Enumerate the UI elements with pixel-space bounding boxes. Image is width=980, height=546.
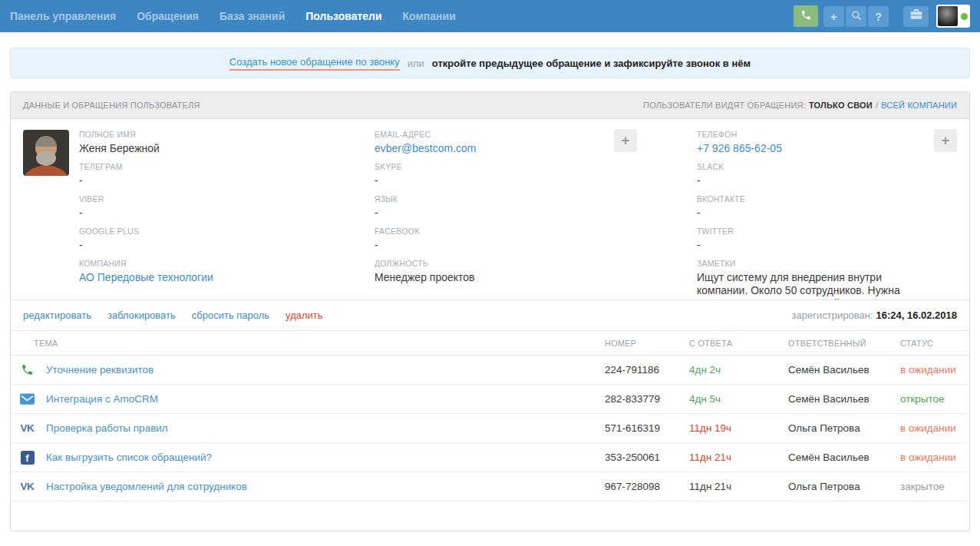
- create-case-by-call-link[interactable]: Создать новое обращение по звонку: [229, 56, 400, 71]
- edit-link[interactable]: редактировать: [23, 309, 91, 321]
- since-reply-value: 11дн 21ч: [679, 443, 770, 472]
- vk-channel-icon: VK: [19, 481, 35, 492]
- user-panel: ДАННЫЕ И ОБРАЩЕНИЯ ПОЛЬЗОВАТЕЛЯ ПОЛЬЗОВА…: [10, 91, 970, 531]
- help-button[interactable]: ?: [868, 6, 889, 27]
- visibility-option-company-link[interactable]: ВСЕЙ КОМПАНИИ: [881, 101, 957, 110]
- search-button[interactable]: [846, 6, 866, 27]
- case-number: 224-791186: [595, 356, 679, 385]
- or-label: или: [408, 58, 424, 69]
- search-icon: [851, 10, 862, 23]
- field-slack: SLACK -: [697, 162, 926, 187]
- block-link[interactable]: заблокировать: [107, 309, 176, 321]
- phone-icon: [800, 9, 812, 24]
- case-topic-link[interactable]: Уточнение реквизитов: [46, 364, 153, 376]
- case-number: 282-833779: [595, 385, 679, 414]
- nav-item-companies[interactable]: Компании: [403, 10, 456, 22]
- phone-channel-icon: [19, 363, 35, 376]
- registered-at: зарегистрирован:16:24, 16.02.2018: [792, 309, 957, 321]
- case-row: Уточнение реквизитов 224-791186 4дн 2ч С…: [11, 356, 969, 385]
- nav-items: Панель управления Обращения База знаний …: [10, 10, 456, 22]
- user-avatar: [23, 130, 69, 176]
- company-link[interactable]: АО Передовые технологии: [79, 271, 375, 284]
- since-reply-value: 4дн 2ч: [679, 356, 770, 385]
- status-badge: в ожидании: [883, 414, 969, 443]
- field-full-name: ПОЛНОЕ ИМЯ Женя Бережной: [79, 130, 375, 155]
- visibility-label: ПОЛЬЗОВАТЕЛИ ВИДЯТ ОБРАЩЕНИЯ:: [643, 101, 806, 110]
- banner-instruction: откройте предыдущее обращение и зафиксир…: [432, 58, 751, 69]
- field-company: КОМПАНИЯ АО Передовые технологии: [79, 259, 375, 284]
- page: Панель управления Обращения База знаний …: [0, 0, 980, 546]
- briefcase-button[interactable]: [903, 6, 929, 27]
- case-number: 353-250061: [595, 443, 679, 472]
- visibility-toggle: ПОЛЬЗОВАТЕЛИ ВИДЯТ ОБРАЩЕНИЯ: ТОЛЬКО СВО…: [643, 101, 957, 110]
- responsible-name: Ольга Петрова: [770, 414, 883, 443]
- field-email: EMAIL-АДРЕС evber@bestcom.com: [375, 130, 697, 155]
- user-fields: ПОЛНОЕ ИМЯ Женя Бережной ТЕЛЕГРАМ - VIBE…: [79, 130, 957, 299]
- registered-value: 16:24, 16.02.2018: [876, 309, 957, 321]
- case-number: 967-728098: [595, 472, 679, 501]
- responsible-name: Семён Васильев: [770, 443, 883, 472]
- status-badge: закрытое: [883, 472, 969, 501]
- user-actions: редактировать заблокировать сбросить пар…: [11, 299, 969, 330]
- case-topic-link[interactable]: Интеграция с AmoCRM: [46, 393, 158, 405]
- field-google-plus: GOOGLE PLUS -: [79, 227, 375, 252]
- email-link[interactable]: evber@bestcom.com: [375, 142, 697, 155]
- field-telegram: ТЕЛЕГРАМ -: [79, 162, 375, 187]
- quick-actions-group: + ?: [823, 6, 889, 27]
- field-facebook: FACEBOOK -: [375, 227, 697, 252]
- case-row: Интеграция с AmoCRM 282-833779 4дн 5ч Се…: [11, 385, 969, 414]
- fields-column-3: ТЕЛЕФОН +7 926 865-62-05 SLACK - ВКОНТАК…: [697, 130, 957, 299]
- case-topic-link[interactable]: Настройка уведомлений для сотрудников: [46, 481, 247, 492]
- since-reply-value: 11дн 21ч: [679, 472, 770, 501]
- phone-call-button[interactable]: [794, 5, 818, 27]
- case-row: VK Настройка уведомлений для сотрудников…: [11, 472, 969, 501]
- fields-column-2: EMAIL-АДРЕС evber@bestcom.com SKYPE - ЯЗ…: [375, 130, 697, 299]
- case-topic-link[interactable]: Как выгрузить список обращений?: [46, 452, 212, 463]
- status-badge: в ожидании: [883, 356, 969, 385]
- status-badge: открытое: [883, 385, 969, 414]
- since-reply-value: 11дн 19ч: [679, 414, 770, 443]
- vk-channel-icon: VK: [19, 422, 35, 434]
- call-banner: Создать новое обращение по звонку или от…: [10, 48, 970, 78]
- case-row: VK Проверка работы правил 571-616319 11д…: [11, 414, 969, 443]
- fields-column-1: ПОЛНОЕ ИМЯ Женя Бережной ТЕЛЕГРАМ - VIBE…: [79, 130, 375, 299]
- field-skype: SKYPE -: [375, 162, 697, 187]
- nav-item-dashboard[interactable]: Панель управления: [10, 10, 116, 22]
- status-badge: в ожидании: [883, 443, 969, 472]
- case-topic-link[interactable]: Проверка работы правил: [46, 422, 168, 434]
- delete-link[interactable]: удалить: [285, 309, 322, 321]
- agent-avatar: [938, 6, 958, 26]
- reset-password-link[interactable]: сбросить пароль: [192, 309, 269, 321]
- add-email-button[interactable]: +: [614, 129, 637, 152]
- field-language: ЯЗЫК -: [375, 194, 697, 220]
- since-reply-value: 4дн 5ч: [679, 385, 770, 414]
- field-vkontakte: ВКОНТАКТЕ -: [697, 194, 926, 220]
- case-row: f Как выгрузить список обращений? 353-25…: [11, 443, 969, 472]
- nav-item-cases[interactable]: Обращения: [137, 10, 199, 22]
- field-phone: ТЕЛЕФОН +7 926 865-62-05: [697, 130, 926, 155]
- responsible-name: Семён Васильев: [770, 385, 883, 414]
- nav-right-controls: + ?: [794, 5, 970, 28]
- visibility-option-own: ТОЛЬКО СВОИ: [809, 101, 873, 110]
- add-phone-button[interactable]: +: [934, 129, 957, 152]
- cases-table: ТЕМА НОМЕР С ОТВЕТА ОТВЕТСТВЕННЫЙ СТАТУС…: [11, 330, 969, 501]
- col-header-status: СТАТУС: [883, 331, 969, 356]
- col-header-since-reply: С ОТВЕТА: [679, 331, 770, 356]
- online-status-dot: [961, 13, 968, 20]
- plus-icon: +: [830, 10, 837, 23]
- table-header-row: ТЕМА НОМЕР С ОТВЕТА ОТВЕТСТВЕННЫЙ СТАТУС: [11, 331, 969, 356]
- panel-header: ДАННЫЕ И ОБРАЩЕНИЯ ПОЛЬЗОВАТЕЛЯ ПОЛЬЗОВА…: [11, 92, 969, 119]
- panel-title: ДАННЫЕ И ОБРАЩЕНИЯ ПОЛЬЗОВАТЕЛЯ: [23, 101, 200, 110]
- col-header-topic: ТЕМА: [11, 331, 595, 356]
- visibility-separator: /: [876, 101, 878, 110]
- briefcase-icon: [910, 9, 922, 23]
- field-position: ДОЛЖНОСТЬ Менеджер проектов: [375, 259, 697, 284]
- responsible-name: Семён Васильев: [770, 356, 883, 385]
- responsible-name: Ольга Петрова: [770, 472, 883, 501]
- nav-item-knowledge-base[interactable]: База знаний: [219, 10, 285, 22]
- facebook-channel-icon: f: [19, 451, 35, 465]
- phone-number-link[interactable]: +7 926 865-62-05: [697, 142, 926, 155]
- nav-item-users[interactable]: Пользователи: [305, 10, 381, 22]
- user-menu[interactable]: [936, 5, 970, 28]
- add-button[interactable]: +: [823, 6, 844, 27]
